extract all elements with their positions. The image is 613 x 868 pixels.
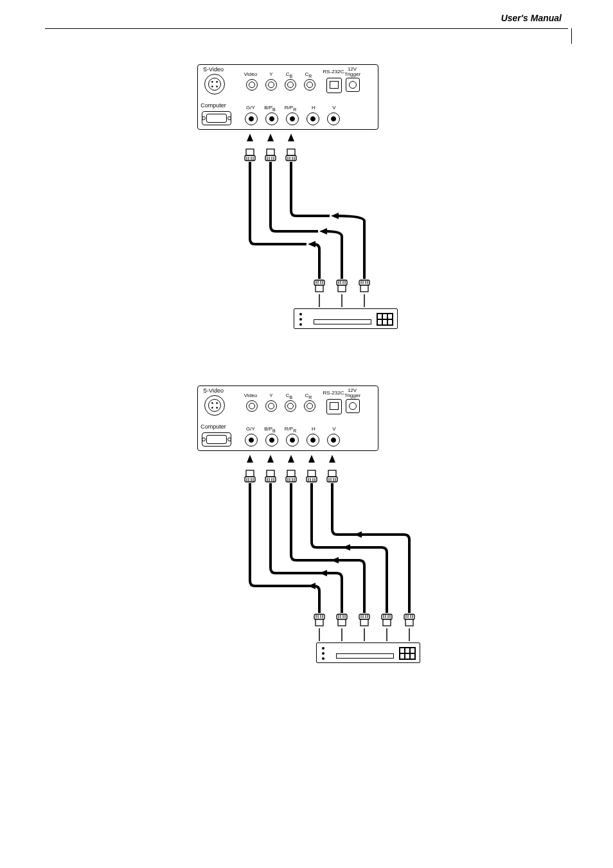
label-rpr: R/PR xyxy=(283,105,298,112)
projector-panel-bottom: S-Video Computer Video Y CB CR RS-232C 1… xyxy=(197,385,378,451)
cable-area-5 xyxy=(197,451,416,676)
port-vga xyxy=(202,111,231,125)
port-vga xyxy=(202,432,231,447)
port-rs232 xyxy=(326,399,342,414)
port-cr xyxy=(304,79,315,91)
label-y: Y xyxy=(263,71,279,77)
label-svideo: S-Video xyxy=(200,66,226,73)
port-bpb xyxy=(265,112,278,125)
label-rpr: R/PR xyxy=(283,426,298,433)
port-gy xyxy=(245,434,258,447)
port-svideo xyxy=(204,395,225,416)
label-rs232: RS-232C xyxy=(323,69,344,75)
source-device-top xyxy=(294,308,398,329)
port-cb xyxy=(285,79,296,91)
label-bpb: B/PB xyxy=(262,105,278,112)
projector-panel-top: S-Video Computer Video Y CB CR RS-232C 1… xyxy=(197,64,378,130)
port-video xyxy=(246,400,258,412)
source-device-bottom xyxy=(316,642,420,663)
port-gy xyxy=(245,112,258,125)
port-v xyxy=(327,112,340,125)
label-gy: G/Y xyxy=(243,105,258,111)
label-cr: CR xyxy=(301,71,316,78)
port-y-comp xyxy=(265,79,277,91)
label-cb: CB xyxy=(281,393,297,400)
port-video xyxy=(246,79,258,91)
port-svideo xyxy=(204,74,225,94)
label-computer: Computer xyxy=(200,102,226,109)
label-svideo: S-Video xyxy=(200,387,226,394)
label-video: Video xyxy=(243,71,258,77)
label-trigger: Trigger xyxy=(344,393,360,398)
port-y-comp xyxy=(265,400,277,412)
diagram-3-cable: S-Video Computer Video Y CB CR RS-232C 1… xyxy=(197,64,416,342)
label-video: Video xyxy=(243,393,258,398)
diagram-5-cable: S-Video Computer Video Y CB CR RS-232C 1… xyxy=(197,385,416,676)
header-rule xyxy=(45,28,568,29)
label-cb: CB xyxy=(281,71,297,78)
label-computer: Computer xyxy=(200,423,226,430)
label-cr: CR xyxy=(301,393,316,400)
port-cb xyxy=(285,400,296,412)
port-h xyxy=(306,112,319,125)
header-manual-title: User's Manual xyxy=(501,13,562,23)
cable-area-3 xyxy=(197,130,416,342)
port-trigger xyxy=(346,399,360,413)
label-trigger: Trigger xyxy=(344,71,360,77)
label-v: V xyxy=(326,426,342,432)
label-y: Y xyxy=(263,393,279,398)
port-rpr xyxy=(286,434,299,447)
port-bpb xyxy=(265,434,278,447)
label-h: H xyxy=(306,426,321,432)
header-tick xyxy=(571,28,572,44)
label-gy: G/Y xyxy=(243,426,258,432)
port-v xyxy=(327,434,340,447)
port-trigger xyxy=(346,78,360,92)
label-bpb: B/PB xyxy=(262,426,278,433)
port-h xyxy=(306,434,319,447)
label-v: V xyxy=(326,105,342,111)
port-rs232 xyxy=(326,78,342,93)
port-cr xyxy=(304,400,315,412)
label-rs232: RS-232C xyxy=(323,390,344,396)
port-rpr xyxy=(286,112,299,125)
label-h: H xyxy=(306,105,321,111)
